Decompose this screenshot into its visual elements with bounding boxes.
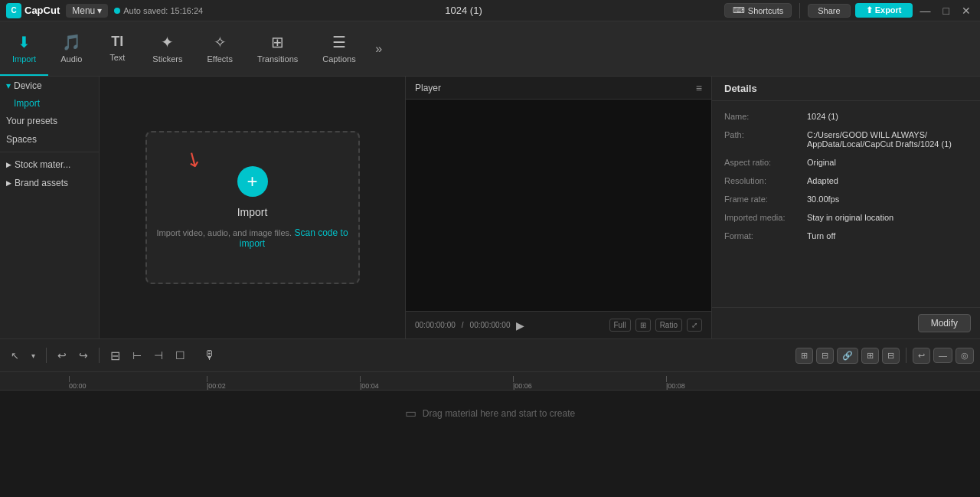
- auto-save-status: Auto saved: 15:16:24: [114, 6, 203, 15]
- sidebar-device-section[interactable]: ▾ Device: [0, 77, 99, 95]
- import-sub-text: Import video, audio, and image files.: [156, 228, 292, 237]
- undo-button[interactable]: ↩: [53, 346, 71, 365]
- stickers-tool-icon: ✦: [161, 33, 174, 51]
- import-area: ↘ + Import Import video, audio, and imag…: [100, 77, 405, 338]
- maximize-button[interactable]: □: [940, 5, 952, 17]
- mic-button[interactable]: 🎙: [199, 345, 220, 365]
- detail-val-imported: Stay in original location: [807, 213, 893, 222]
- menu-arrow-icon: ▾: [97, 5, 102, 16]
- detail-row-path: Path: C:/Users/GOOD WILL ALWAYS/AppData/…: [712, 126, 980, 153]
- sidebar-item-import[interactable]: Import: [0, 95, 99, 112]
- drop-icon: ▭: [405, 406, 416, 420]
- full-button[interactable]: Full: [609, 319, 631, 332]
- menu-button[interactable]: Menu ▾: [66, 4, 108, 18]
- effects-tool-icon: ✧: [214, 33, 227, 51]
- top-bar: C CapCut Menu ▾ Auto saved: 15:16:24 102…: [0, 0, 980, 21]
- export-button[interactable]: ⬆ Export: [855, 3, 913, 18]
- split-button-2[interactable]: ⊢: [128, 346, 146, 365]
- ratio-button[interactable]: Ratio: [655, 319, 682, 332]
- delete-button[interactable]: ☐: [171, 346, 190, 365]
- splitview-button[interactable]: ⊞: [861, 348, 879, 364]
- main-toolbar: ⬇ Import 🎵 Audio TI Text ✦ Stickers ✧ Ef…: [0, 21, 980, 77]
- modify-button[interactable]: Modify: [918, 314, 971, 332]
- detail-row-aspect: Aspect ratio: Original: [712, 153, 980, 172]
- share-button[interactable]: Share: [808, 4, 850, 18]
- select-tool-button[interactable]: ↖: [6, 347, 24, 365]
- timeline-drop-area[interactable]: ▭ Drag material here and start to create: [0, 391, 980, 436]
- play-button[interactable]: ▶: [516, 319, 524, 332]
- zoom-minus-button[interactable]: —: [933, 348, 952, 363]
- export-icon: ⬆: [866, 5, 873, 15]
- tool-audio[interactable]: 🎵 Audio: [48, 21, 94, 76]
- ruler-label-1: |00:02: [207, 382, 226, 390]
- split-button-3[interactable]: ⊣: [149, 346, 168, 365]
- sidebar-import-label: Import: [14, 98, 40, 109]
- tool-captions[interactable]: ☰ Captions: [310, 21, 368, 76]
- drop-text: Drag material here and start to create: [423, 408, 575, 419]
- sidebar-brand-label: Brand assets: [15, 178, 68, 188]
- tool-transitions[interactable]: ⊞ Transitions: [245, 21, 310, 76]
- detail-key-framerate: Frame rate:: [724, 195, 801, 204]
- import-tool-label: Import: [12, 54, 36, 64]
- project-title-area: 1024 (1): [209, 5, 718, 16]
- player-time-current: 00:00:00:00: [415, 321, 456, 329]
- window-controls: — □ ✕: [917, 5, 974, 17]
- detail-key-imported: Imported media:: [724, 213, 801, 222]
- sidebar-brand-section[interactable]: ▶ Brand assets: [0, 174, 99, 192]
- ruler-tick-1: [207, 376, 207, 382]
- detail-row-framerate: Frame rate: 30.00fps: [712, 190, 980, 208]
- player-menu-button[interactable]: ≡: [696, 82, 702, 94]
- undo2-button[interactable]: ↩: [913, 348, 930, 364]
- sidebar-item-spaces[interactable]: Spaces: [0, 130, 99, 149]
- export-label: Export: [875, 5, 902, 15]
- tool-effects[interactable]: ✧ Effects: [194, 21, 244, 76]
- auto-save-dot: [114, 8, 120, 14]
- split-button-1[interactable]: ⊟: [106, 345, 125, 366]
- multitrack-button[interactable]: ⊟: [816, 348, 834, 364]
- arrow-indicator: ↘: [180, 146, 207, 175]
- ruler-mark-0: 00:00: [69, 376, 207, 390]
- expand-button[interactable]: ⤢: [687, 319, 702, 332]
- detail-key-resolution: Resolution:: [724, 176, 801, 185]
- tool-text[interactable]: TI Text: [94, 21, 140, 76]
- detail-key-path: Path:: [724, 130, 801, 149]
- audio-tool-label: Audio: [60, 54, 82, 64]
- player-right-controls: Full ⊞ Ratio ⤢: [609, 319, 702, 332]
- text-tool-icon: TI: [111, 34, 123, 50]
- logo-text: CapCut: [24, 5, 60, 16]
- sidebar-item-presets[interactable]: Your presets: [0, 112, 99, 130]
- import-label: Import: [237, 206, 268, 218]
- toolbar-sep-3: [906, 348, 906, 363]
- detail-key-name: Name:: [724, 112, 801, 121]
- ruler-tick-4: [666, 376, 667, 382]
- project-title: 1024 (1): [445, 5, 482, 16]
- redo-button[interactable]: ↪: [74, 346, 93, 365]
- menu-label: Menu: [72, 5, 95, 16]
- grid-button[interactable]: ⊟: [882, 348, 900, 364]
- ruler-label-2: |00:04: [360, 382, 379, 390]
- more-tools-button[interactable]: »: [368, 21, 390, 76]
- ruler-tick-3: [513, 376, 514, 382]
- sidebar-divider-1: [0, 152, 99, 152]
- import-dropzone[interactable]: ↘ + Import Import video, audio, and imag…: [145, 131, 360, 284]
- player-panel: Player ≡ 00:00:00:00 / 00:00:00:00 ▶ Ful…: [406, 77, 712, 338]
- minimize-button[interactable]: —: [917, 5, 934, 17]
- detail-row-resolution: Resolution: Adapted: [712, 172, 980, 190]
- magnetic-button[interactable]: ⊞: [795, 348, 813, 364]
- close-button[interactable]: ✕: [959, 5, 974, 17]
- zoom-button[interactable]: ⊞: [635, 319, 651, 332]
- select-dropdown-button[interactable]: ▾: [27, 348, 40, 363]
- circle-indicator: ◎: [956, 348, 974, 364]
- ruler-mark-3: |00:06: [513, 376, 666, 390]
- detail-val-framerate: 30.00fps: [807, 195, 839, 204]
- tool-import[interactable]: ⬇ Import: [0, 21, 48, 76]
- ruler-mark-4: |00:08: [666, 376, 819, 390]
- sidebar-stock-section[interactable]: ▶ Stock mater...: [0, 155, 99, 174]
- tool-stickers[interactable]: ✦ Stickers: [140, 21, 194, 76]
- detail-val-resolution: Adapted: [807, 176, 838, 185]
- player-time-sep: /: [462, 321, 464, 329]
- import-circle-button[interactable]: +: [237, 166, 268, 197]
- shortcuts-button[interactable]: ⌨ Shortcuts: [724, 3, 792, 18]
- link-button[interactable]: 🔗: [837, 348, 858, 364]
- divider: [799, 3, 800, 18]
